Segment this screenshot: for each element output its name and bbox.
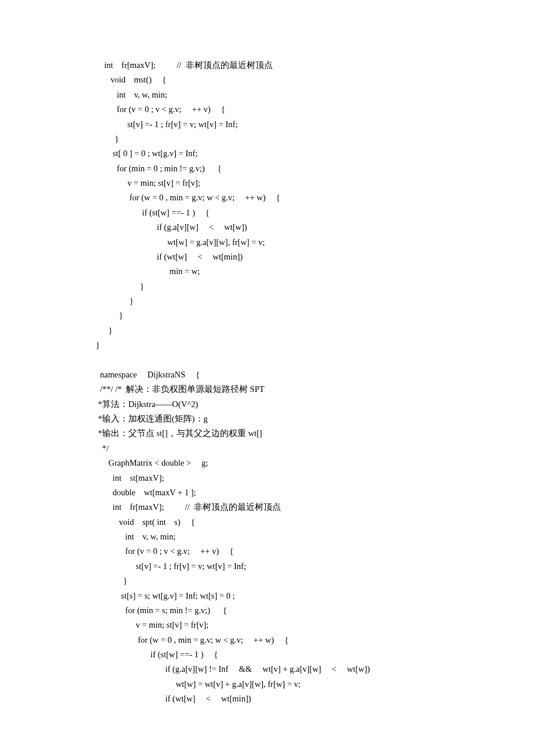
code-line: wt[w] = g.a[v][w], fr[w] = v; [96, 235, 534, 250]
code-line: st[ 0 ] = 0 ; wt[g.v] = Inf; [96, 146, 534, 161]
code-line: /**/ /* 解决：非负权图单源最短路径树 SPT [96, 382, 534, 397]
code-document: int fr[maxV]; // 非树顶点的最近树顶点 void mst() {… [96, 58, 534, 707]
code-line: *算法：Dijkstra――O(V^2) [96, 397, 534, 412]
code-line: int fr[maxV]; // 非树顶点的最近树顶点 [96, 500, 534, 514]
code-line: } [96, 294, 534, 308]
code-line: int v, w, min; [96, 530, 534, 544]
code-line: st[v] =- 1 ; fr[v] = v; wt[v] = Inf; [96, 117, 534, 132]
code-line: namespace DijkstraNS { [96, 368, 534, 382]
code-line: for (min = s; min != g.v;) { [96, 603, 534, 618]
code-line: } [96, 323, 534, 338]
code-line: if (st[w] ==- 1 ) { [96, 647, 534, 662]
code-line: if (st[w] ==- 1 ) { [96, 206, 534, 220]
code-line: st[s] = s; wt[g.v] = Inf; wt[s] = 0 ; [96, 589, 534, 603]
code-line: v = min; st[v] = fr[v]; [96, 618, 534, 632]
code-line: } [96, 279, 534, 294]
code-line [96, 353, 534, 368]
code-line: void spt( int s) { [96, 515, 534, 530]
code-line: *输出：父节点 st[]，与其父之边的权重 wt[] [96, 426, 534, 441]
code-line: if (wt[w] < wt[min]) [96, 250, 534, 264]
code-line: double wt[maxV + 1 ]; [96, 485, 534, 500]
code-line: if (g.a[v][w] != Inf && wt[v] + g.a[v][w… [96, 662, 534, 676]
code-line: } [96, 338, 534, 352]
code-line: GraphMatrix < double > g; [96, 456, 534, 470]
code-line: v = min; st[v] = fr[v]; [96, 176, 534, 190]
code-line: wt[w] = wt[v] + g.a[v][w], fr[w] = v; [96, 677, 534, 692]
code-line: } [96, 574, 534, 588]
code-line: *输入：加权连通图(矩阵)：g [96, 412, 534, 426]
code-line: for (w = 0 , min = g.v; w < g.v; ++ w) { [96, 190, 534, 205]
code-line: } [96, 308, 534, 323]
code-line: if (wt[w] < wt[min]) [96, 692, 534, 706]
code-line: int v, w, min; [96, 88, 534, 102]
code-line: void mst() { [96, 73, 534, 87]
code-line: */ [96, 441, 534, 456]
code-line: for (v = 0 ; v < g.v; ++ v) { [96, 102, 534, 117]
code-line: if (g.a[v][w] < wt[w]) [96, 220, 534, 235]
code-line: for (v = 0 ; v < g.v; ++ v) { [96, 544, 534, 559]
code-line: for (w = 0 , min = g.v; w < g.v; ++ w) { [96, 633, 534, 647]
code-line: int fr[maxV]; // 非树顶点的最近树顶点 [96, 58, 534, 73]
code-line: for (min = 0 ; min != g.v;) { [96, 161, 534, 176]
code-line: st[v] =- 1 ; fr[v] = v; wt[v] = Inf; [96, 559, 534, 574]
code-line: int st[maxV]; [96, 471, 534, 485]
code-line: } [96, 132, 534, 146]
code-line: min = w; [96, 264, 534, 279]
